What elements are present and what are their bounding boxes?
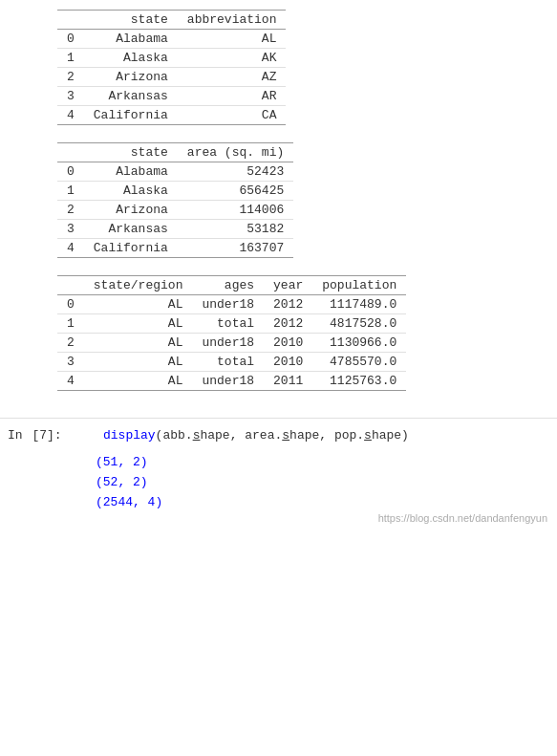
table-cell: 0: [57, 295, 84, 314]
table-cell: California: [84, 239, 178, 258]
table-row: 1AlaskaAK: [57, 49, 286, 68]
table-cell: 4817528.0: [312, 314, 406, 334]
in-label: In: [8, 428, 23, 443]
output-tuple: (2544, 4): [0, 492, 557, 512]
table3-col-idx: [57, 276, 84, 295]
tuple-value: (52, 2): [96, 475, 549, 489]
cell-code: display(abb.shape, area.shape, pop.shape…: [103, 428, 409, 443]
output-area: state abbreviation 0AlabamaAL1AlaskaAK2A…: [0, 0, 557, 418]
table3-col-pop: population: [312, 276, 406, 295]
table-cell: Alaska: [84, 49, 178, 68]
table1: state abbreviation 0AlabamaAL1AlaskaAK2A…: [57, 10, 286, 125]
table-row: 4CaliforniaCA: [57, 106, 286, 125]
table3-col-year: year: [264, 276, 312, 295]
table-cell: AL: [178, 30, 287, 49]
output-tuple: (51, 2): [0, 452, 557, 472]
table-cell: AL: [84, 334, 193, 353]
table-cell: 52423: [178, 162, 293, 182]
table-row: 0ALunder1820121117489.0: [57, 295, 406, 314]
table-row: 3ArkansasAR: [57, 87, 286, 106]
table-cell: California: [84, 106, 178, 125]
table-cell: CA: [178, 106, 287, 125]
table2-col-idx: [57, 143, 84, 162]
table-cell: Arkansas: [84, 220, 178, 239]
table-row: 4California163707: [57, 239, 293, 258]
table-cell: 0: [57, 162, 84, 182]
fn-name: display: [103, 428, 156, 443]
table-cell: 3: [57, 353, 84, 372]
table-row: 3ALtotal20104785570.0: [57, 353, 406, 372]
table-cell: 2: [57, 334, 84, 353]
table-cell: AL: [84, 372, 193, 391]
table-row: 2Arizona114006: [57, 201, 293, 220]
table-cell: 0: [57, 30, 84, 49]
table1-wrapper: state abbreviation 0AlabamaAL1AlaskaAK2A…: [57, 10, 538, 125]
table-cell: 2: [57, 68, 84, 87]
table-cell: 2010: [264, 353, 312, 372]
table-row: 2ALunder1820101130966.0: [57, 334, 406, 353]
table-cell: 4785570.0: [312, 353, 406, 372]
table-cell: Arkansas: [84, 87, 178, 106]
table-cell: 4: [57, 372, 84, 391]
table-cell: Alabama: [84, 30, 178, 49]
table-cell: 1125763.0: [312, 372, 406, 391]
table2-col-area: area (sq. mi): [178, 143, 293, 162]
table-cell: AL: [84, 295, 193, 314]
table-cell: AZ: [178, 68, 287, 87]
table-cell: under18: [192, 334, 264, 353]
table3-wrapper: state/region ages year population 0ALund…: [57, 275, 538, 391]
table-cell: 1: [57, 49, 84, 68]
table-cell: total: [192, 353, 264, 372]
cell-num: [7]:: [32, 428, 61, 443]
table-cell: under18: [192, 372, 264, 391]
table-row: 4ALunder1820111125763.0: [57, 372, 406, 391]
tuple-value: (51, 2): [96, 455, 549, 469]
table-cell: AK: [178, 49, 287, 68]
cell-input: display(abb.shape, area.shape, pop.shape…: [96, 424, 557, 446]
table-cell: 2012: [264, 295, 312, 314]
table2-col-state: state: [84, 143, 178, 162]
table-cell: 1: [57, 314, 84, 334]
table-cell: Alabama: [84, 162, 178, 182]
tuple-value: (2544, 4): [96, 495, 549, 509]
table-row: 3Arkansas53182: [57, 220, 293, 239]
table3-col-region: state/region: [84, 276, 193, 295]
table-cell: Arizona: [84, 68, 178, 87]
table-cell: 3: [57, 220, 84, 239]
table-cell: Alaska: [84, 182, 178, 201]
table-cell: AL: [84, 353, 193, 372]
watermark: https://blog.csdn.net/dandanfengyun: [0, 512, 557, 528]
table1-col-state: state: [84, 11, 178, 30]
table-cell: 163707: [178, 239, 293, 258]
table-cell: 2: [57, 201, 84, 220]
table-row: 1ALtotal20124817528.0: [57, 314, 406, 334]
table-cell: Arizona: [84, 201, 178, 220]
table2: state area (sq. mi) 0Alabama524231Alaska…: [57, 142, 293, 258]
table-cell: 1: [57, 182, 84, 201]
table-cell: total: [192, 314, 264, 334]
table-cell: under18: [192, 295, 264, 314]
table-cell: 114006: [178, 201, 293, 220]
table-cell: 3: [57, 87, 84, 106]
table3-col-ages: ages: [192, 276, 264, 295]
outputs-container: (51, 2)(52, 2)(2544, 4): [0, 452, 557, 512]
table-cell: 4: [57, 239, 84, 258]
table-row: 1Alaska656425: [57, 182, 293, 201]
output-tuple: (52, 2): [0, 472, 557, 492]
table-cell: 2011: [264, 372, 312, 391]
table-cell: 2010: [264, 334, 312, 353]
table-cell: AR: [178, 87, 287, 106]
table-cell: 2012: [264, 314, 312, 334]
table1-col-abbr: abbreviation: [178, 11, 287, 30]
table-cell: 53182: [178, 220, 293, 239]
cell-label: In [7]:: [0, 424, 96, 443]
table-cell: AL: [84, 314, 193, 334]
table-row: 0AlabamaAL: [57, 30, 286, 49]
table-cell: 4: [57, 106, 84, 125]
table3: state/region ages year population 0ALund…: [57, 275, 406, 391]
table-cell: 1117489.0: [312, 295, 406, 314]
table-row: 2ArizonaAZ: [57, 68, 286, 87]
table-cell: 656425: [178, 182, 293, 201]
cell-row: In [7]: display(abb.shape, area.shape, p…: [0, 418, 557, 452]
table-cell: 1130966.0: [312, 334, 406, 353]
